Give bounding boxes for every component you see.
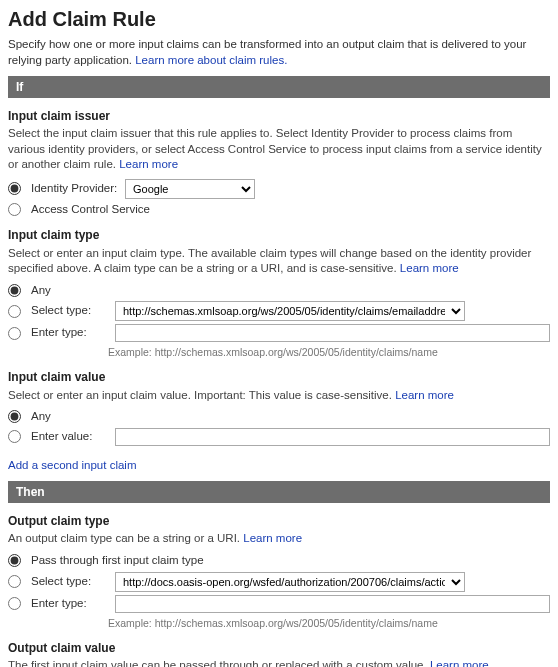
- add-second-input-claim-link[interactable]: Add a second input claim: [8, 459, 137, 471]
- output-value-desc: The first input claim value can be passe…: [8, 658, 550, 667]
- select-identity-provider[interactable]: Google: [125, 179, 255, 199]
- select-input-type[interactable]: http://schemas.xmlsoap.org/ws/2005/05/id…: [115, 301, 465, 321]
- label-input-value-any: Any: [31, 409, 51, 425]
- page-title: Add Claim Rule: [8, 6, 550, 33]
- radio-access-control-service[interactable]: [8, 203, 21, 216]
- input-type-desc: Select or enter an input claim type. The…: [8, 246, 550, 277]
- label-access-control-service: Access Control Service: [31, 202, 150, 218]
- input-value-heading: Input claim value: [8, 369, 550, 385]
- input-value-desc: Select or enter an input claim value. Im…: [8, 388, 550, 404]
- select-output-type[interactable]: http://docs.oasis-open.org/wsfed/authori…: [115, 572, 465, 592]
- input-output-type-enter[interactable]: [115, 595, 550, 613]
- radio-output-type-select[interactable]: [8, 575, 21, 588]
- output-type-learn-more[interactable]: Learn more: [243, 532, 302, 544]
- input-issuer-desc-text: Select the input claim issuer that this …: [8, 127, 542, 170]
- radio-input-value-enter[interactable]: [8, 430, 21, 443]
- label-output-type-enter: Enter type:: [31, 596, 109, 612]
- input-issuer-heading: Input claim issuer: [8, 108, 550, 124]
- section-if: If: [8, 76, 550, 98]
- section-then: Then: [8, 481, 550, 503]
- output-type-desc-text: An output claim type can be a string or …: [8, 532, 243, 544]
- input-type-learn-more[interactable]: Learn more: [400, 262, 459, 274]
- output-type-heading: Output claim type: [8, 513, 550, 529]
- input-value-learn-more[interactable]: Learn more: [395, 389, 454, 401]
- label-input-value-enter: Enter value:: [31, 429, 109, 445]
- input-issuer-desc: Select the input claim issuer that this …: [8, 126, 550, 173]
- output-value-desc-text: The first input claim value can be passe…: [8, 659, 430, 667]
- output-value-heading: Output claim value: [8, 640, 550, 656]
- label-input-type-select: Select type:: [31, 303, 109, 319]
- radio-input-value-any[interactable]: [8, 410, 21, 423]
- label-input-type-any: Any: [31, 283, 51, 299]
- input-input-value-enter[interactable]: [115, 428, 550, 446]
- intro-text: Specify how one or more input claims can…: [8, 37, 550, 68]
- input-type-heading: Input claim type: [8, 227, 550, 243]
- radio-input-type-enter[interactable]: [8, 327, 21, 340]
- label-input-type-enter: Enter type:: [31, 325, 109, 341]
- radio-output-type-pass[interactable]: [8, 554, 21, 567]
- output-value-learn-more[interactable]: Learn more: [430, 659, 489, 667]
- label-output-type-pass: Pass through first input claim type: [31, 553, 204, 569]
- radio-identity-provider[interactable]: [8, 182, 21, 195]
- input-type-example: Example: http://schemas.xmlsoap.org/ws/2…: [108, 345, 550, 359]
- radio-output-type-enter[interactable]: [8, 597, 21, 610]
- radio-input-type-any[interactable]: [8, 284, 21, 297]
- label-output-type-select: Select type:: [31, 574, 109, 590]
- input-value-desc-text: Select or enter an input claim value. Im…: [8, 389, 395, 401]
- radio-input-type-select[interactable]: [8, 305, 21, 318]
- input-input-type-enter[interactable]: [115, 324, 550, 342]
- input-issuer-learn-more[interactable]: Learn more: [119, 158, 178, 170]
- label-identity-provider: Identity Provider:: [31, 181, 119, 197]
- intro-link[interactable]: Learn more about claim rules.: [135, 54, 287, 66]
- output-type-example: Example: http://schemas.xmlsoap.org/ws/2…: [108, 616, 550, 630]
- output-type-desc: An output claim type can be a string or …: [8, 531, 550, 547]
